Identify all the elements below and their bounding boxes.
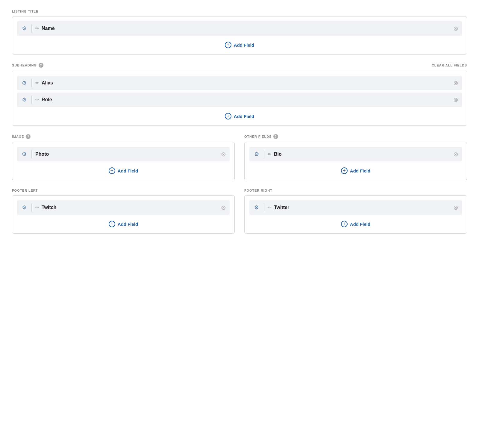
table-row: ⚙ ✏ Twitch ⊗ <box>17 200 230 215</box>
gear-icon[interactable]: ⚙ <box>17 147 31 161</box>
plus-circle-icon: + <box>225 113 231 119</box>
gear-icon[interactable]: ⚙ <box>249 200 264 215</box>
add-field-button[interactable]: + Add Field <box>17 38 462 49</box>
add-field-button[interactable]: + Add Field <box>17 164 230 175</box>
other-fields-label: OTHER FIELDS <box>244 135 272 138</box>
field-name-label: Twitter <box>274 205 453 210</box>
footer-left-label: FOOTER LEFT <box>12 189 38 192</box>
field-name-label: Name <box>42 26 453 31</box>
divider <box>31 150 32 158</box>
close-icon[interactable]: ⊗ <box>453 25 458 32</box>
add-field-button[interactable]: + Add Field <box>249 164 462 175</box>
subheading-section: SUBHEADING ? CLEAR ALL FIELDS ⚙ ✏ Alias … <box>12 63 467 126</box>
gear-icon[interactable]: ⚙ <box>17 21 31 36</box>
field-name-label: Bio <box>274 152 453 157</box>
field-name-label: Role <box>42 97 453 102</box>
footer-left-card: ⚙ ✏ Twitch ⊗ + Add Field <box>12 195 235 234</box>
divider <box>31 79 32 87</box>
footer-right-label: FOOTER RIGHT <box>244 189 272 192</box>
gear-icon[interactable]: ⚙ <box>17 93 31 107</box>
pencil-icon: ✏ <box>268 205 272 210</box>
add-field-button[interactable]: + Add Field <box>249 217 462 228</box>
listing-title-label: LISTING TITLE <box>12 10 38 13</box>
close-icon[interactable]: ⊗ <box>453 151 458 158</box>
help-icon[interactable]: ? <box>273 134 278 139</box>
table-row: ⚙ Photo ⊗ <box>17 147 230 161</box>
close-icon[interactable]: ⊗ <box>221 204 226 211</box>
field-name-label: Twitch <box>42 205 221 210</box>
subheading-card: ⚙ ✏ Alias ⊗ ⚙ ✏ Role ⊗ + Add Field <box>12 71 467 126</box>
plus-circle-icon: + <box>225 42 231 48</box>
close-icon[interactable]: ⊗ <box>453 79 458 87</box>
gear-icon[interactable]: ⚙ <box>249 147 264 161</box>
field-name-label: Alias <box>42 80 453 86</box>
pencil-icon: ✏ <box>35 97 39 102</box>
pencil-icon: ✏ <box>35 26 39 31</box>
plus-circle-icon: + <box>341 221 348 227</box>
gear-icon[interactable]: ⚙ <box>17 200 31 215</box>
table-row: ⚙ ✏ Name ⊗ <box>17 21 462 36</box>
pencil-icon: ✏ <box>35 205 39 210</box>
subheading-label: SUBHEADING <box>12 63 37 67</box>
close-icon[interactable]: ⊗ <box>453 96 458 103</box>
add-field-label: Add Field <box>234 114 254 119</box>
clear-all-button[interactable]: CLEAR ALL FIELDS <box>432 63 467 67</box>
close-icon[interactable]: ⊗ <box>221 151 226 158</box>
add-field-label: Add Field <box>350 168 370 173</box>
add-field-button[interactable]: + Add Field <box>17 109 462 121</box>
gear-icon[interactable]: ⚙ <box>17 76 31 90</box>
divider <box>31 24 32 33</box>
add-field-label: Add Field <box>234 43 254 48</box>
table-row: ⚙ ✏ Alias ⊗ <box>17 76 462 90</box>
field-name-label: Photo <box>35 152 221 157</box>
other-fields-card: ⚙ ✏ Bio ⊗ + Add Field <box>244 142 467 180</box>
footer-right-section: FOOTER RIGHT ⚙ ✏ Twitter ⊗ + Add Field <box>244 189 467 242</box>
image-section: IMAGE ? ⚙ Photo ⊗ + Add Field <box>12 134 235 189</box>
divider <box>264 150 264 158</box>
divider <box>264 203 264 212</box>
help-icon[interactable]: ? <box>39 63 43 68</box>
footer-right-card: ⚙ ✏ Twitter ⊗ + Add Field <box>244 195 467 234</box>
two-col-row-2: FOOTER LEFT ⚙ ✏ Twitch ⊗ + Add Field FOO… <box>12 189 467 242</box>
plus-circle-icon: + <box>109 221 115 227</box>
listing-title-section: LISTING TITLE ⚙ ✏ Name ⊗ + Add Field <box>12 10 467 55</box>
plus-circle-icon: + <box>109 167 115 174</box>
image-label: IMAGE <box>12 135 24 138</box>
add-field-label: Add Field <box>118 222 138 227</box>
add-field-label: Add Field <box>118 168 138 173</box>
plus-circle-icon: + <box>341 167 348 174</box>
table-row: ⚙ ✏ Bio ⊗ <box>249 147 462 161</box>
other-fields-section: OTHER FIELDS ? ⚙ ✏ Bio ⊗ + Add Field <box>244 134 467 189</box>
add-field-label: Add Field <box>350 222 370 227</box>
pencil-icon: ✏ <box>35 80 39 86</box>
add-field-button[interactable]: + Add Field <box>17 217 230 228</box>
table-row: ⚙ ✏ Twitter ⊗ <box>249 200 462 215</box>
listing-title-card: ⚙ ✏ Name ⊗ + Add Field <box>12 16 467 55</box>
footer-left-section: FOOTER LEFT ⚙ ✏ Twitch ⊗ + Add Field <box>12 189 235 242</box>
table-row: ⚙ ✏ Role ⊗ <box>17 93 462 107</box>
two-col-row-1: IMAGE ? ⚙ Photo ⊗ + Add Field OTHER FIEL… <box>12 134 467 189</box>
close-icon[interactable]: ⊗ <box>453 204 458 211</box>
pencil-icon: ✏ <box>268 152 272 157</box>
divider <box>31 203 32 212</box>
divider <box>31 96 32 104</box>
image-card: ⚙ Photo ⊗ + Add Field <box>12 142 235 180</box>
help-icon[interactable]: ? <box>26 134 31 139</box>
